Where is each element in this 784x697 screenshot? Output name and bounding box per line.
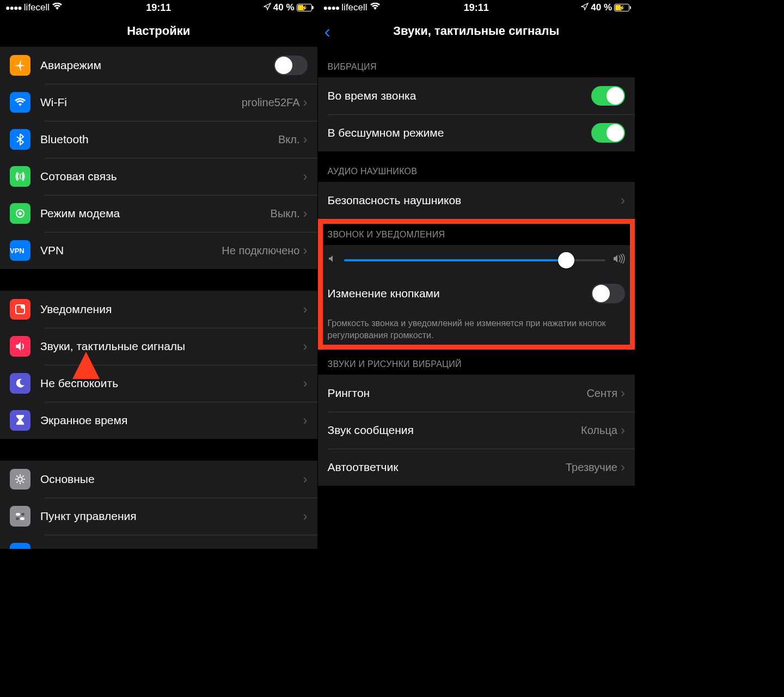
cellular-icon [10, 166, 30, 187]
chevron-right-icon: › [303, 95, 308, 110]
settings-row-wifi[interactable]: Wi-Fiproline52FA› [0, 84, 317, 121]
row-label: Экранное время [40, 414, 303, 427]
screen-sounds: ●●●● lifecell 19:11 40 % ⚡ ‹ Звуки, такт… [317, 0, 635, 549]
settings-row-screentime[interactable]: Экранное время› [0, 402, 317, 439]
clock-time: 19:11 [464, 2, 489, 14]
row-nav[interactable]: Звук сообщенияКольца› [318, 412, 635, 449]
svg-point-0 [19, 212, 22, 215]
control-icon [10, 506, 30, 527]
settings-row-general[interactable]: Основные› [0, 461, 317, 498]
battery-icon: ⚡ [297, 4, 312, 11]
row-label: Не беспокоить [40, 377, 303, 390]
svg-rect-9 [20, 517, 24, 520]
row-toggle[interactable]: В бесшумном режиме [318, 114, 635, 151]
section-header-ringer: ЗВОНОК И УВЕДОМЛЕНИЯ [318, 220, 635, 245]
row-label: Автоответчик [328, 461, 566, 474]
row-label: Авиарежим [40, 59, 274, 72]
row-headphone-safety[interactable]: Безопасность наушников › [318, 182, 635, 219]
row-nav[interactable]: АвтоответчикТрезвучие› [318, 449, 635, 486]
volume-high-icon [613, 254, 625, 266]
volume-low-icon [328, 254, 336, 266]
svg-rect-6 [16, 513, 20, 516]
row-value: Выкл. [271, 207, 300, 220]
section-header-vibration: ВИБРАЦИЯ [318, 47, 635, 77]
screentime-icon [10, 410, 30, 431]
volume-slider[interactable] [344, 259, 606, 261]
row-value: Не подключено [222, 244, 299, 257]
notifications-icon [10, 299, 30, 320]
location-icon [264, 2, 271, 13]
vpn-icon: VPN [10, 240, 30, 261]
settings-row-cellular[interactable]: Сотовая связь› [0, 158, 317, 195]
row-nav[interactable]: РингтонСентя› [318, 375, 635, 412]
row-value: Кольца [581, 424, 617, 437]
annotation-highlight: ЗВОНОК И УВЕДОМЛЕНИЯ Изменение кнопкам [318, 219, 635, 350]
bluetooth-icon [10, 129, 30, 150]
settings-row-hotspot[interactable]: Режим модемаВыкл.› [0, 195, 317, 232]
back-button[interactable]: ‹ [324, 21, 330, 42]
svg-rect-8 [16, 517, 19, 520]
svg-point-5 [18, 477, 22, 481]
svg-text:VPN: VPN [10, 247, 24, 255]
svg-point-4 [21, 304, 25, 309]
settings-row-bluetooth[interactable]: BluetoothВкл.› [0, 121, 317, 158]
toggle-change-with-buttons[interactable] [591, 284, 625, 303]
row-value: Вкл. [278, 133, 300, 146]
chevron-right-icon: › [303, 546, 308, 549]
row-label: Звуки, тактильные сигналы [40, 340, 303, 353]
row-label: VPN [40, 244, 222, 257]
battery-icon: ⚡ [614, 4, 629, 11]
settings-row-display[interactable]: AAЭкран и яркость› [0, 535, 317, 549]
row-change-with-buttons[interactable]: Изменение кнопками [318, 275, 635, 312]
chevron-right-icon: › [621, 193, 625, 208]
row-value: Трезвучие [566, 461, 617, 474]
page-title: Настройки [127, 24, 190, 38]
header: Настройки [0, 15, 317, 47]
row-label: Основные [40, 473, 303, 486]
chevron-right-icon: › [303, 413, 308, 428]
row-ringer-volume[interactable] [318, 245, 635, 275]
signal-icon: ●●●● [5, 3, 22, 12]
carrier-name: lifecell [24, 2, 50, 13]
slider-thumb[interactable] [558, 252, 574, 268]
toggle[interactable] [591, 86, 625, 106]
settings-row-airplane[interactable]: Авиарежим [0, 47, 317, 84]
settings-row-dnd[interactable]: Не беспокоить› [0, 365, 317, 402]
display-icon: AA [10, 543, 30, 549]
chevron-right-icon: › [303, 169, 308, 184]
chevron-right-icon: › [303, 206, 308, 221]
settings-row-notifications[interactable]: Уведомления› [0, 291, 317, 328]
toggle-airplane[interactable] [274, 56, 308, 75]
status-bar: ●●●● lifecell 19:11 40 % ⚡ [318, 0, 635, 15]
settings-row-control[interactable]: Пункт управления› [0, 498, 317, 535]
chevron-right-icon: › [621, 423, 625, 438]
location-icon [581, 2, 589, 13]
airplane-icon [10, 55, 30, 76]
toggle[interactable] [591, 123, 625, 143]
row-label: Сотовая связь [40, 170, 303, 183]
row-label: Режим модема [40, 207, 271, 220]
chevron-right-icon: › [303, 376, 308, 391]
chevron-right-icon: › [621, 460, 625, 475]
signal-icon: ●●●● [323, 3, 340, 12]
chevron-right-icon: › [303, 472, 308, 487]
row-label: Bluetooth [40, 133, 278, 146]
row-label: Рингтон [328, 387, 587, 400]
settings-row-vpn[interactable]: VPNVPNНе подключено› [0, 232, 317, 269]
wifi-icon [370, 2, 381, 13]
settings-row-sounds[interactable]: Звуки, тактильные сигналы› [0, 328, 317, 365]
header: ‹ Звуки, тактильные сигналы [318, 15, 635, 47]
row-label: Wi-Fi [40, 96, 242, 109]
battery-pct: 40 % [273, 2, 295, 13]
section-header-headphone: АУДИО НАУШНИКОВ [318, 151, 635, 182]
chevron-right-icon: › [303, 243, 308, 258]
section-footer-ringer: Громкость звонка и уведомлений не изменя… [318, 312, 635, 350]
section-header-patterns: ЗВУКИ И РИСУНКИ ВИБРАЦИЙ [318, 350, 635, 375]
status-bar: ●●●● lifecell 19:11 40 % ⚡ [0, 0, 317, 15]
row-label: Изменение кнопками [328, 287, 592, 300]
sounds-icon [10, 336, 30, 357]
row-toggle[interactable]: Во время звонка [318, 77, 635, 114]
row-label: Экран и яркость [40, 547, 303, 549]
row-label: Пункт управления [40, 510, 303, 523]
hotspot-icon [10, 203, 30, 224]
